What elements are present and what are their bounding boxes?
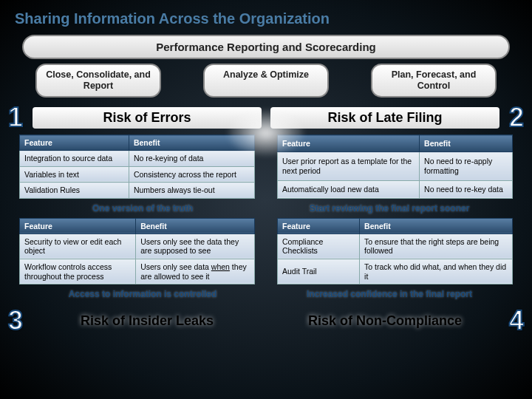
risk-late-filing-heading: Risk of Late Filing: [270, 107, 499, 129]
pill-close-consolidate: Close, Consolidate, and Report: [35, 64, 161, 98]
bottom-risk-headings: 3 Risk of Insider Leaks Risk of Non-Comp…: [3, 305, 529, 336]
cell-benefit: Users only see the data they are suppose…: [136, 233, 255, 259]
cell-feature: Integration to source data: [20, 151, 129, 167]
lower-tables-row: Feature Benefit Security to view or edit…: [15, 218, 517, 284]
table-risk-errors: Feature Benefit Integration to source da…: [19, 134, 255, 199]
cell-feature: Automatically load new data: [278, 180, 420, 198]
cell-feature: Audit Trail: [278, 259, 360, 284]
cell-feature: Variables in text: [20, 166, 129, 183]
highlight-glow: [229, 111, 303, 155]
cell-feature: Compliance Checklists: [278, 233, 360, 259]
cell-feature: Security to view or edit each object: [20, 233, 136, 259]
cell-benefit: No need to re-apply formatting: [420, 152, 513, 180]
col-benefit: Benefit: [420, 135, 513, 152]
cell-benefit: Consistency across the report: [129, 166, 254, 183]
cell-benefit: No re-keying of data: [129, 151, 254, 167]
table-row: Variables in text Consistency across the…: [20, 166, 255, 183]
col-benefit: Benefit: [360, 218, 513, 233]
upper-taglines: One version of the truth Start reviewing…: [15, 200, 517, 218]
tagline-one-version: One version of the truth: [19, 203, 266, 214]
number-2-badge: 2: [504, 102, 529, 133]
cell-feature: Validation Rules: [20, 183, 129, 199]
col-benefit: Benefit: [136, 218, 255, 233]
risk-non-compliance-heading: Risk of Non-Compliance: [270, 310, 499, 332]
performance-banner: Performance Reporting and Scorecarding: [22, 35, 510, 59]
cell-feature: Workflow controls access throughout the …: [20, 259, 136, 284]
number-4-badge: 4: [504, 305, 529, 336]
table-row: User prior report as a template for the …: [278, 152, 513, 180]
pill-plan-forecast: Plan, Forecast, and Control: [371, 64, 497, 98]
col-feature: Feature: [20, 218, 136, 233]
cell-feature: User prior report as a template for the …: [278, 152, 420, 180]
col-feature: Feature: [20, 135, 129, 151]
table-risk-non-compliance: Feature Benefit Compliance Checklists To…: [277, 218, 513, 284]
risk-insider-leaks-heading: Risk of Insider Leaks: [33, 310, 262, 332]
tagline-increased-confidence: Increased confidence in the final report: [266, 289, 513, 299]
number-3-badge: 3: [3, 305, 28, 336]
number-1-badge: 1: [3, 102, 28, 133]
tagline-access-controlled: Access to information is controlled: [19, 289, 266, 299]
col-feature: Feature: [278, 218, 360, 233]
table-risk-late-filing: Feature Benefit User prior report as a t…: [277, 134, 513, 199]
table-row: Workflow controls access throughout the …: [20, 259, 255, 284]
slide-title: Sharing Information Across the Organizat…: [15, 10, 517, 27]
table-row: Compliance Checklists To ensure that the…: [278, 233, 513, 259]
cell-benefit: Numbers always tie-out: [129, 183, 254, 199]
cell-benefit: To track who did what, and when they did…: [360, 259, 513, 284]
pill-analyze-optimize: Analyze & Optimize: [203, 64, 329, 98]
cell-benefit: No need to re-key data: [420, 180, 513, 198]
table-row: Validation Rules Numbers always tie-out: [20, 183, 255, 199]
process-pills-row: Close, Consolidate, and Report Analyze &…: [15, 64, 517, 98]
lower-taglines: Access to information is controlled Incr…: [15, 286, 517, 304]
risk-errors-heading: Risk of Errors: [33, 107, 262, 129]
cell-benefit: To ensure that the right steps are being…: [360, 233, 513, 259]
table-row: Integration to source data No re-keying …: [20, 151, 255, 167]
table-row: Automatically load new data No need to r…: [278, 180, 513, 198]
table-row: Security to view or edit each object Use…: [20, 233, 255, 259]
cell-benefit: Users only see data when they are allowe…: [136, 259, 255, 284]
tagline-start-reviewing: Start reviewing the final report sooner: [266, 203, 513, 214]
table-risk-insider-leaks: Feature Benefit Security to view or edit…: [19, 218, 255, 284]
table-row: Audit Trail To track who did what, and w…: [278, 259, 513, 284]
